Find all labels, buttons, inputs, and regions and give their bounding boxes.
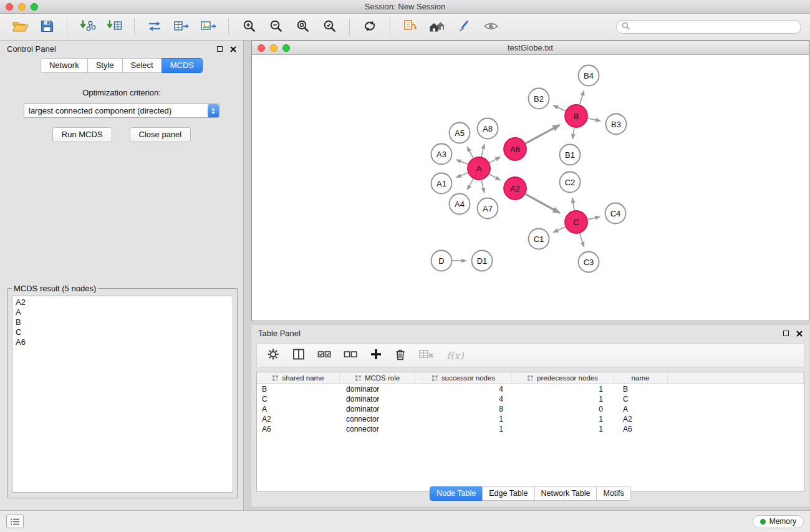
edge-A-A8[interactable] <box>481 144 485 157</box>
edge-A-A6[interactable] <box>489 157 500 163</box>
task-history-button[interactable] <box>6 515 24 528</box>
export-network-button[interactable] <box>143 17 166 37</box>
import-network-button[interactable] <box>76 17 99 37</box>
edge-A-A5[interactable] <box>467 147 473 158</box>
node-B4[interactable]: B4 <box>579 65 599 86</box>
float-panel-icon[interactable] <box>217 46 223 52</box>
select-all-button[interactable] <box>317 347 332 364</box>
eye-button[interactable] <box>480 17 502 37</box>
table-cell[interactable]: 1 <box>512 385 614 394</box>
function-builder-button[interactable]: f(x) <box>446 350 463 362</box>
table-row[interactable]: Adominator80A <box>257 404 804 414</box>
edge-C-C3[interactable] <box>580 233 584 247</box>
edge-A-A1[interactable] <box>456 173 468 177</box>
network-zoom-button[interactable] <box>282 44 290 52</box>
network-close-button[interactable] <box>258 44 265 52</box>
table-cell[interactable]: C <box>257 395 340 404</box>
import-table-button[interactable] <box>103 17 125 37</box>
column-header-mcds-role[interactable]: MCDS role <box>340 372 415 384</box>
node-A1[interactable]: A1 <box>432 173 452 194</box>
export-image-button[interactable] <box>197 17 219 37</box>
edge-B-B1[interactable] <box>572 128 574 139</box>
edge-C-C1[interactable] <box>553 227 565 233</box>
column-header-predecessor-nodes[interactable]: predecessor nodes <box>512 372 614 384</box>
mcds-result-item[interactable]: A6 <box>16 337 229 347</box>
search-box[interactable] <box>616 20 801 34</box>
edge-B-B3[interactable] <box>588 118 600 121</box>
node-C1[interactable]: C1 <box>529 229 549 249</box>
table-cell[interactable]: 1 <box>512 425 614 433</box>
node-B2[interactable]: B2 <box>529 89 549 109</box>
tab-motifs[interactable]: Motifs <box>596 486 630 501</box>
open-session-button[interactable] <box>9 17 31 37</box>
table-cell[interactable]: A2 <box>257 415 340 423</box>
network-window-titlebar[interactable]: testGlobe.txt <box>252 41 809 55</box>
table-cell[interactable]: 8 <box>415 405 512 414</box>
column-header-name[interactable]: name <box>614 372 668 384</box>
table-cell[interactable]: dominator <box>340 405 415 414</box>
edge-A-A7[interactable] <box>481 180 485 193</box>
memory-button[interactable]: Memory <box>753 515 804 528</box>
node-A3[interactable]: A3 <box>432 144 452 165</box>
columns-button[interactable] <box>292 347 306 364</box>
delete-table-button[interactable] <box>418 348 435 363</box>
refresh-button[interactable] <box>359 17 381 37</box>
node-B3[interactable]: B3 <box>606 114 627 135</box>
table-cell[interactable]: 1 <box>512 395 614 404</box>
tab-style[interactable]: Style <box>87 58 123 73</box>
table-row[interactable]: A2connector11A2 <box>257 414 804 424</box>
table-row[interactable]: A6connector11A6 <box>257 424 804 434</box>
column-header-shared-name[interactable]: shared name <box>257 372 340 384</box>
table-cell[interactable]: 1 <box>415 425 512 433</box>
table-cell[interactable]: 1 <box>415 415 512 423</box>
zoom-window-button[interactable] <box>31 3 38 11</box>
close-panel-icon[interactable] <box>230 46 236 52</box>
table-cell[interactable]: connector <box>340 425 415 433</box>
node-A7[interactable]: A7 <box>478 198 498 219</box>
save-session-button[interactable] <box>36 17 58 37</box>
table-cell[interactable]: A2 <box>614 415 668 423</box>
table-row[interactable]: Cdominator41C <box>257 394 804 404</box>
table-cell[interactable]: 4 <box>415 395 512 404</box>
mcds-result-list[interactable]: A2ABCA6 <box>12 296 233 493</box>
table-cell[interactable]: 4 <box>415 385 512 394</box>
tab-select[interactable]: Select <box>122 58 162 73</box>
edge-C-C2[interactable] <box>572 198 574 210</box>
paintbrush-button[interactable] <box>453 17 475 37</box>
tab-network-table[interactable]: Network Table <box>534 486 597 501</box>
table-cell[interactable]: B <box>257 385 340 394</box>
dropdown-stepper-icon[interactable] <box>208 104 219 117</box>
close-panel-button[interactable]: Close panel <box>130 127 191 142</box>
close-table-panel-icon[interactable] <box>796 331 803 337</box>
node-A8[interactable]: A8 <box>478 118 498 139</box>
table-cell[interactable]: C <box>614 395 668 404</box>
zoom-out-button[interactable] <box>264 17 287 37</box>
edge-B-B4[interactable] <box>580 90 584 104</box>
mcds-result-item[interactable]: C <box>16 327 229 337</box>
network-canvas[interactable]: B4B2BB3A5A8A6B1A3AC2A1A2A4A7C4CC1C3DD1 <box>252 55 809 321</box>
edge-A6-B[interactable] <box>526 125 560 143</box>
node-B1[interactable]: B1 <box>560 145 581 165</box>
zoom-fit-button[interactable] <box>291 17 314 37</box>
tab-network[interactable]: Network <box>41 58 88 73</box>
column-header-successor-nodes[interactable]: successor nodes <box>415 372 512 384</box>
node-C[interactable]: C <box>565 211 587 233</box>
table-cell[interactable]: 0 <box>512 405 614 414</box>
edge-A-A2[interactable] <box>489 174 501 180</box>
houses-button[interactable] <box>426 17 448 37</box>
table-cell[interactable]: dominator <box>340 385 415 394</box>
node-D[interactable]: D <box>432 251 452 271</box>
tab-mcds[interactable]: MCDS <box>162 58 203 73</box>
edge-A-A4[interactable] <box>467 179 473 190</box>
mcds-result-item[interactable]: A <box>16 307 229 317</box>
table-cell[interactable]: dominator <box>340 395 415 404</box>
node-B[interactable]: B <box>565 105 587 127</box>
node-A5[interactable]: A5 <box>450 123 470 143</box>
edge-C-C4[interactable] <box>588 217 600 220</box>
export-table-button[interactable] <box>170 17 193 37</box>
table-row[interactable]: Bdominator41B <box>257 384 804 394</box>
network-minimize-button[interactable] <box>270 44 277 52</box>
table-cell[interactable]: A6 <box>614 425 668 433</box>
edge-A2-C[interactable] <box>526 194 560 213</box>
node-C2[interactable]: C2 <box>560 172 581 193</box>
